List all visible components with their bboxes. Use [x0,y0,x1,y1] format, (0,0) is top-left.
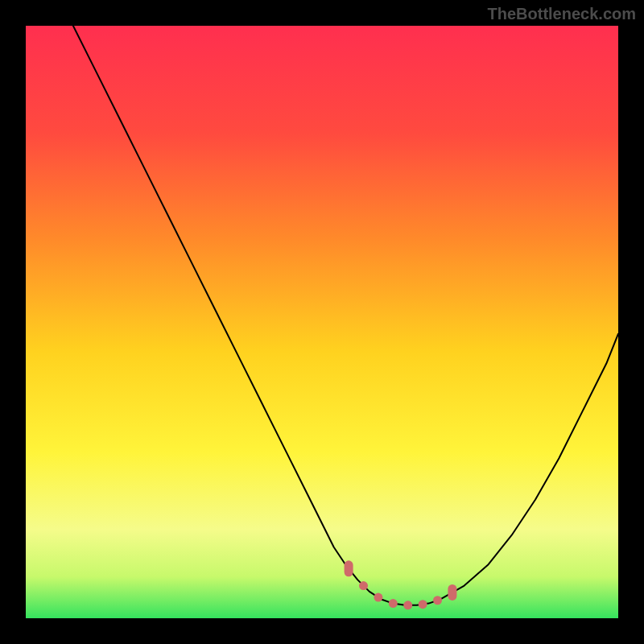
watermark-text: TheBottleneck.com [488,5,636,23]
plot-area [26,26,618,618]
svg-rect-3 [374,593,382,602]
svg-rect-0 [26,26,618,618]
chart-container: TheBottleneck.com [0,0,644,644]
svg-rect-7 [433,596,442,605]
svg-rect-6 [419,600,427,609]
svg-rect-8 [448,584,456,601]
svg-rect-5 [403,601,412,609]
svg-rect-2 [359,581,368,590]
svg-rect-1 [345,560,353,576]
chart-svg [26,26,618,618]
svg-rect-4 [389,599,398,608]
